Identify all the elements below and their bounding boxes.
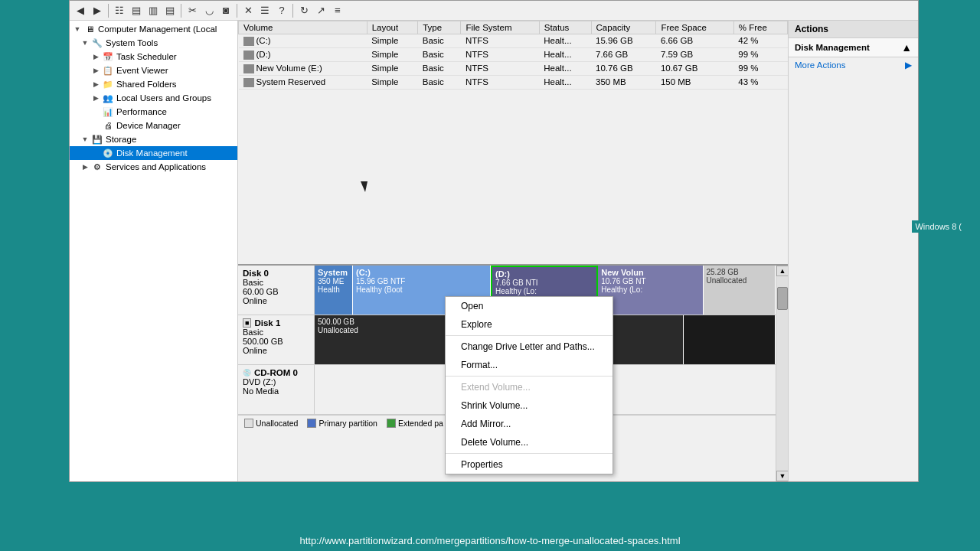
table-row[interactable]: System Reserved Simple Basic NTFS Healt.… <box>239 75 788 89</box>
device-manager-icon: 🖨 <box>102 119 114 132</box>
sidebar-item-system-tools[interactable]: ▼ 🔧 System Tools <box>70 36 237 50</box>
cut-button[interactable]: ✂ <box>185 3 200 18</box>
col-fs[interactable]: File System <box>461 21 539 34</box>
legend-unalloc-box <box>244 419 253 428</box>
sidebar-item-services[interactable]: ▶ ⚙ Services and Applications <box>70 160 237 174</box>
more-actions-item[interactable]: More Actions ▶ <box>789 57 918 73</box>
paste-button[interactable]: ◙ <box>218 3 234 18</box>
cell-layout: Simple <box>367 75 418 89</box>
actions-sub-header: Disk Management ▲ <box>789 38 918 57</box>
help-button[interactable]: ? <box>274 3 289 18</box>
col-capacity[interactable]: Capacity <box>591 21 656 34</box>
toolbar-sep-4 <box>292 4 293 18</box>
sidebar-item-task-scheduler[interactable]: ▶ 📅 Task Scheduler <box>70 50 237 64</box>
cell-capacity: 15.96 GB <box>591 34 656 48</box>
col-free[interactable]: Free Space <box>656 21 733 34</box>
cell-type: Basic <box>418 61 461 75</box>
refresh-button[interactable]: ↻ <box>296 3 312 18</box>
col-layout[interactable]: Layout <box>367 21 418 34</box>
disk-0-new-partition[interactable]: New Volun 10.76 GB NT Healthy (Lo: <box>598 266 703 315</box>
extra-button[interactable]: ≡ <box>330 3 345 18</box>
scroll-down-arrow[interactable]: ▼ <box>776 471 788 481</box>
sidebar-item-local-users[interactable]: ▶ 👥 Local Users and Groups <box>70 91 237 105</box>
expand-services-icon: ▶ <box>80 162 90 171</box>
expand-button[interactable]: ▥ <box>145 3 161 18</box>
new-button[interactable]: ▤ <box>162 3 178 18</box>
actions-panel: Actions Disk Management ▲ More Actions ▶ <box>788 21 918 481</box>
col-type[interactable]: Type <box>418 21 461 34</box>
expand-disk-icon <box>91 148 100 158</box>
ctx-format[interactable]: Format... <box>446 356 612 374</box>
more-actions-arrow: ▶ <box>905 60 912 70</box>
delete-button[interactable]: ✕ <box>240 3 256 18</box>
scroll-up-arrow[interactable]: ▲ <box>776 266 788 276</box>
ctx-sep-1 <box>446 335 612 336</box>
disk-0-size: 60.00 GB <box>243 287 309 296</box>
ctx-explore[interactable]: Explore <box>446 315 612 334</box>
sidebar-item-performance[interactable]: 📊 Performance <box>70 105 237 119</box>
cdrom-type: DVD (Z:) <box>243 377 309 386</box>
legend-extended-label: Extended pa <box>398 419 443 428</box>
performance-icon: 📊 <box>102 106 114 118</box>
disk-0-info: Disk 0 Basic 60.00 GB Online <box>238 266 315 315</box>
expand-device-icon <box>91 121 100 130</box>
sidebar-item-root[interactable]: ▼ 🖥 Computer Management (Local <box>70 22 237 36</box>
services-icon: ⚙ <box>91 161 103 173</box>
ctx-add-mirror[interactable]: Add Mirror... <box>446 415 612 433</box>
collapse-button[interactable]: ▤ <box>129 3 144 18</box>
cell-type: Basic <box>418 34 461 48</box>
back-button[interactable]: ◀ <box>73 3 88 18</box>
cell-free: 150 MB <box>656 75 733 89</box>
sidebar-device-label: Device Manager <box>116 121 181 130</box>
copy-button[interactable]: ◡ <box>201 3 217 18</box>
scroll-track <box>776 311 788 471</box>
disk-1-right-unalloc[interactable] <box>684 315 776 364</box>
more-actions-label: More Actions <box>795 60 845 70</box>
col-volume[interactable]: Volume <box>239 21 368 34</box>
volume-table-panel: Volume Layout Type File System Status Ca… <box>238 21 788 266</box>
cell-fs: NTFS <box>461 75 539 89</box>
cell-layout: Simple <box>367 47 418 61</box>
cell-fs: NTFS <box>461 34 539 48</box>
forward-button[interactable]: ▶ <box>90 3 105 18</box>
export-button[interactable]: ↗ <box>313 3 328 18</box>
ctx-change-drive[interactable]: Change Drive Letter and Paths... <box>446 337 612 356</box>
mouse-cursor <box>361 181 370 195</box>
cell-pct: 42 % <box>733 34 787 48</box>
disk-0-system-partition[interactable]: System 350 ME Health <box>315 266 353 315</box>
legend-unallocated: Unallocated <box>244 419 298 428</box>
disk-1-status: Online <box>243 346 309 355</box>
ctx-properties[interactable]: Properties <box>446 455 612 474</box>
vertical-scrollbar[interactable]: ▲ ▼ <box>776 266 788 481</box>
show-pane-button[interactable]: ☷ <box>112 3 127 18</box>
cell-fs: NTFS <box>461 61 539 75</box>
ctx-open[interactable]: Open <box>446 297 612 315</box>
table-row[interactable]: (C:) Simple Basic NTFS Healt... 15.96 GB… <box>239 34 788 48</box>
ctx-delete[interactable]: Delete Volume... <box>446 433 612 452</box>
table-row[interactable]: (D:) Simple Basic NTFS Healt... 7.66 GB … <box>239 47 788 61</box>
ctx-extend: Extend Volume... <box>446 378 612 396</box>
ctx-shrink[interactable]: Shrink Volume... <box>446 396 612 415</box>
col-pct[interactable]: % Free <box>733 21 787 34</box>
disk-1-size: 500.00 GB <box>243 337 309 346</box>
toolbar-sep-1 <box>108 4 109 18</box>
disk-management-icon: 💿 <box>102 147 114 159</box>
cell-layout: Simple <box>367 34 418 48</box>
scroll-thumb[interactable] <box>777 287 788 310</box>
properties-button[interactable]: ☰ <box>257 3 273 18</box>
main-panel: Volume Layout Type File System Status Ca… <box>238 21 788 481</box>
cell-pct: 99 % <box>733 47 787 61</box>
sidebar-root-label: Computer Management (Local <box>98 24 217 34</box>
disk-0-unalloc-partition[interactable]: 25.28 GB Unallocated <box>704 266 776 315</box>
col-status[interactable]: Status <box>539 21 591 34</box>
actions-header: Actions <box>789 21 918 38</box>
cell-capacity: 7.66 GB <box>591 47 656 61</box>
sidebar-item-event-viewer[interactable]: ▶ 📋 Event Viewer <box>70 64 237 77</box>
sidebar-item-device-manager[interactable]: 🖨 Device Manager <box>70 119 237 132</box>
sidebar-task-label: Task Scheduler <box>116 52 177 61</box>
cell-type: Basic <box>418 75 461 89</box>
table-row[interactable]: New Volume (E:) Simple Basic NTFS Healt.… <box>239 61 788 75</box>
sidebar-item-disk-management[interactable]: 💿 Disk Management <box>70 146 237 160</box>
sidebar-item-storage[interactable]: ▼ 💾 Storage <box>70 132 237 146</box>
sidebar-item-shared-folders[interactable]: ▶ 📁 Shared Folders <box>70 77 237 91</box>
